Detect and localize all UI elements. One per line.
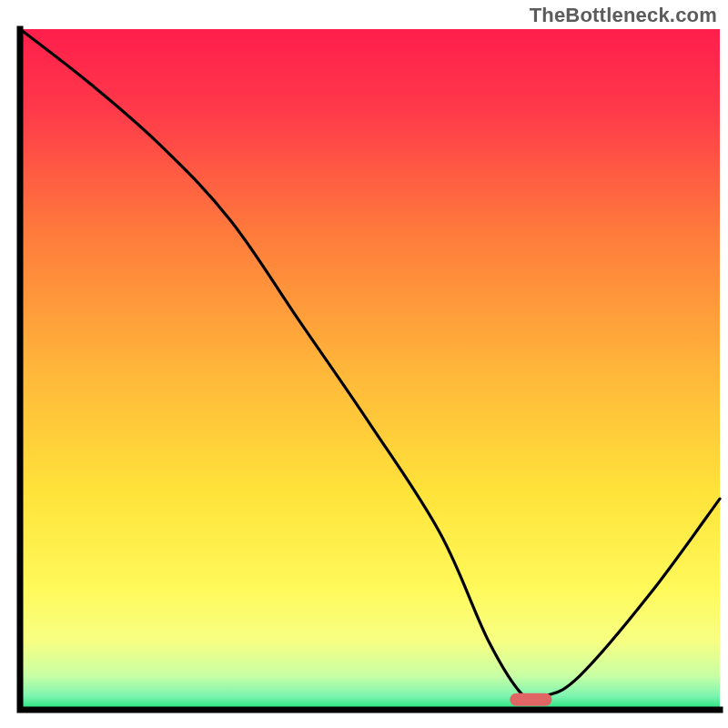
chart-background — [20, 29, 720, 710]
optimal-marker — [510, 693, 551, 706]
watermark-text: TheBottleneck.com — [530, 4, 717, 27]
chart-container: { "watermark": "TheBottleneck.com", "cha… — [0, 0, 728, 728]
bottleneck-chart — [0, 0, 728, 728]
